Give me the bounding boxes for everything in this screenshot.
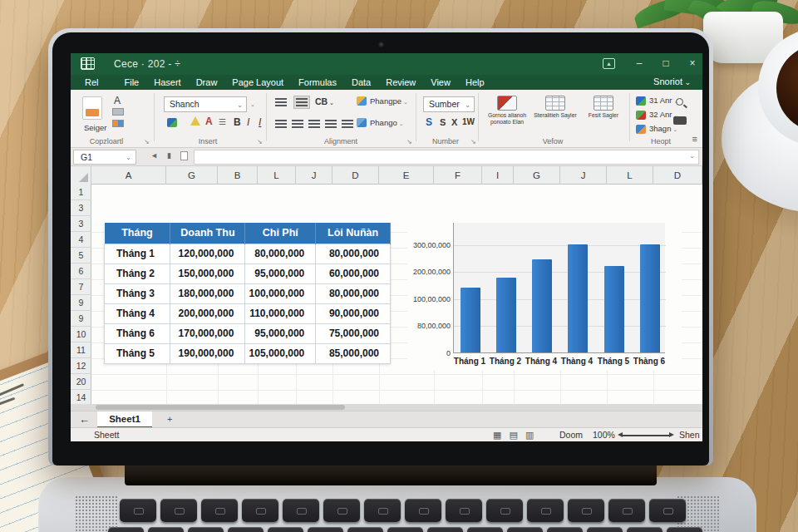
cell-command-icon[interactable]: [636, 96, 646, 106]
decrease-indent-icon[interactable]: [325, 120, 337, 128]
value-cell[interactable]: 110,000,000: [245, 303, 316, 323]
row-header-7-6[interactable]: 7: [71, 279, 91, 295]
function-key[interactable]: [120, 499, 156, 522]
maximize-button[interactable]: □: [656, 57, 676, 71]
ribbon-tab-page-layout[interactable]: Page Layout: [224, 75, 291, 90]
keyboard-key[interactable]: [228, 527, 264, 532]
ribbon-tab-view[interactable]: View: [423, 75, 458, 90]
dialog-launcher-icon[interactable]: ↘: [144, 138, 150, 145]
ribbon-tab-file[interactable]: File: [117, 75, 147, 90]
accounting-format-button[interactable]: S: [426, 116, 432, 128]
chart-bar[interactable]: [496, 278, 516, 352]
value-cell[interactable]: 95,000,000: [245, 264, 316, 283]
paste-icon[interactable]: [82, 96, 102, 120]
row-header-11-10[interactable]: 11: [71, 342, 91, 358]
zoom-percentage[interactable]: 100%: [593, 430, 615, 440]
add-sheet-icon[interactable]: +: [167, 414, 172, 424]
row-header-6-5[interactable]: 6: [71, 264, 91, 279]
column-header-F-7[interactable]: F: [434, 166, 482, 185]
merge-center-label[interactable]: Phango: [370, 118, 404, 127]
enter-icon[interactable]: ▮: [167, 151, 171, 160]
row-header-5-4[interactable]: 5: [71, 248, 91, 264]
table-header-cell[interactable]: Lỏi Nuñàn: [316, 223, 391, 244]
function-key[interactable]: [364, 499, 401, 522]
sheet-grid[interactable]: Báo Cảo Doanh Thu ThángDoanh ThuChi PhíL…: [91, 185, 702, 404]
function-key[interactable]: [283, 499, 319, 522]
chart-bar[interactable]: [532, 259, 552, 352]
value-cell[interactable]: 180,000,000: [170, 283, 245, 303]
wrap-text-label[interactable]: Phangpe: [370, 96, 408, 106]
keyboard-key[interactable]: [667, 527, 702, 532]
dialog-launcher-icon[interactable]: ↘: [470, 138, 476, 145]
insert-function-icon[interactable]: [180, 151, 188, 160]
value-cell[interactable]: 120,000,000: [170, 244, 245, 264]
column-header-D-5[interactable]: D: [332, 166, 379, 185]
cell-command-label[interactable]: 31 Anr: [649, 96, 678, 105]
bold-button[interactable]: B: [234, 116, 241, 128]
column-header-J-4[interactable]: J: [296, 166, 332, 185]
value-cell[interactable]: 190,000,000: [170, 343, 245, 363]
month-cell[interactable]: Tháng 2: [105, 264, 170, 283]
column-header-L-3[interactable]: L: [258, 166, 296, 185]
keyboard-key[interactable]: [427, 527, 463, 532]
keyboard-key[interactable]: [507, 527, 543, 532]
decimal-button[interactable]: 1W: [462, 117, 475, 126]
ribbon-tab-help[interactable]: Help: [458, 75, 492, 90]
keyboard-key[interactable]: [268, 527, 303, 532]
scrollbar-thumb[interactable]: [96, 405, 345, 410]
camera-icon[interactable]: [673, 116, 687, 125]
account-button[interactable]: Snoriot: [653, 76, 691, 86]
function-key[interactable]: [649, 499, 686, 522]
value-cell[interactable]: 75,000,000: [316, 323, 391, 343]
column-header-A-0[interactable]: A: [91, 166, 166, 185]
function-key[interactable]: [405, 499, 441, 522]
row-header-20-12[interactable]: 20: [71, 374, 91, 390]
ribbon-tab-hasert[interactable]: Hasert: [146, 75, 188, 90]
italic-button[interactable]: I: [247, 116, 249, 128]
function-key[interactable]: [527, 499, 564, 522]
view-shortcut-icons[interactable]: ▦ ▤ ▥: [493, 430, 536, 441]
ribbon-tab-draw[interactable]: Draw: [189, 75, 225, 90]
sheet-tab-active[interactable]: Sheet1: [97, 411, 152, 428]
align-middle-icon[interactable]: [296, 98, 308, 106]
month-cell[interactable]: Tháng 3: [105, 283, 170, 303]
row-header-3-1[interactable]: 3: [71, 200, 91, 216]
styles-button-2[interactable]: Fesit Sagler: [580, 95, 627, 138]
close-button[interactable]: ×: [682, 57, 702, 71]
cell-command-icon[interactable]: [636, 111, 646, 120]
value-cell[interactable]: 80,000,000: [316, 283, 391, 303]
function-key[interactable]: [486, 499, 523, 522]
chart-bar[interactable]: [461, 288, 480, 352]
picture-icon[interactable]: ▲: [603, 58, 615, 69]
styles-button-0[interactable]: Gornos alianoh ponoato Elan: [484, 95, 530, 138]
keyboard-key[interactable]: [108, 527, 144, 532]
value-cell[interactable]: 170,000,000: [170, 323, 245, 343]
month-cell[interactable]: Tháng 5: [105, 343, 170, 363]
value-cell[interactable]: 80,000,000: [245, 244, 316, 264]
keyboard-key[interactable]: [627, 527, 663, 532]
increase-indent-icon[interactable]: [342, 120, 353, 128]
function-key[interactable]: [160, 499, 197, 522]
font-size-dropdown-icon[interactable]: [250, 99, 255, 108]
function-key[interactable]: [608, 499, 645, 522]
fill-color-icon[interactable]: [190, 116, 200, 126]
table-header-cell[interactable]: Doanh Thu: [170, 223, 245, 244]
row-header-3-2[interactable]: 3: [71, 216, 91, 232]
keyboard-key[interactable]: [547, 527, 583, 532]
function-key[interactable]: [446, 499, 482, 522]
ribbon-tab-rel[interactable]: Rel: [77, 75, 117, 90]
number-format-combo[interactable]: Sumber: [423, 96, 475, 112]
dialog-launcher-icon[interactable]: ↘: [406, 138, 412, 145]
value-cell[interactable]: 150,000,000: [170, 264, 245, 283]
name-box[interactable]: G1: [73, 150, 136, 165]
merge-center-icon[interactable]: [357, 118, 367, 127]
function-key[interactable]: [242, 499, 278, 522]
value-cell[interactable]: 105,000,000: [245, 343, 316, 363]
styles-button-1[interactable]: Steralitieh Sayler: [532, 95, 579, 138]
month-cell[interactable]: Tháng 4: [105, 303, 170, 323]
search-icon[interactable]: [676, 98, 683, 106]
ribbon-tab-data[interactable]: Data: [344, 75, 378, 90]
chart-bar[interactable]: [604, 266, 624, 352]
column-header-B-2[interactable]: B: [218, 166, 258, 185]
align-right-icon[interactable]: [308, 120, 320, 128]
